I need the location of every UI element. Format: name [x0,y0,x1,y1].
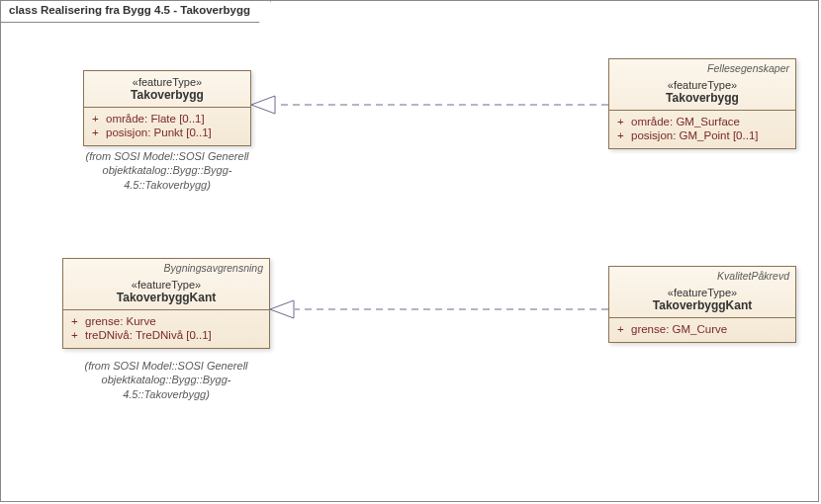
class-name: TakoverbyggKant [617,298,787,312]
stereotype: «featureType» [617,79,787,91]
attributes: +område: Flate [0..1] +posisjon: Punkt [… [84,108,250,145]
attribute: +treDNivå: TreDNivå [0..1] [71,328,261,342]
attribute: +posisjon: GM_Point [0..1] [617,128,787,142]
stereotype: «featureType» [92,76,242,88]
attribute: +område: GM_Surface [617,115,787,128]
attribute: +grense: Kurve [71,314,261,328]
class-head: «featureType» Takoverbygg [84,71,250,108]
class-name: Takoverbygg [92,88,242,102]
stereotype: «featureType» [617,287,787,298]
parent-stereotype: KvalitetPåkrevd [609,267,795,282]
class-caption: (from SOSI Model::SOSI Generell objektka… [75,149,259,192]
diagram-frame: class Realisering fra Bygg 4.5 - Takover… [0,0,819,502]
class-head: «featureType» TakoverbyggKant [609,282,795,318]
stereotype: «featureType» [71,279,261,291]
parent-stereotype: Bygningsavgrensning [63,259,269,274]
class-takoverbyggkant-target: KvalitetPåkrevd «featureType» Takoverbyg… [608,266,796,343]
attribute: +posisjon: Punkt [0..1] [92,126,242,139]
realization-arrowhead-2 [270,300,294,318]
class-takoverbygg-target: Fellesegenskaper «featureType» Takoverby… [608,58,796,149]
parent-stereotype: Fellesegenskaper [609,59,795,74]
class-takoverbygg-source: «featureType» Takoverbygg +område: Flate… [83,70,251,146]
class-head: «featureType» TakoverbyggKant [63,274,269,310]
class-takoverbyggkant-source: Bygningsavgrensning «featureType» Takove… [62,258,270,349]
frame-title: class Realisering fra Bygg 4.5 - Takover… [1,1,271,23]
class-name: Takoverbygg [617,91,787,105]
class-name: TakoverbyggKant [71,291,261,304]
class-head: «featureType» Takoverbygg [609,74,795,111]
attribute: +område: Flate [0..1] [92,112,242,126]
frame-title-text: class Realisering fra Bygg 4.5 - Takover… [9,4,250,16]
attributes: +grense: GM_Curve [609,318,795,342]
attributes: +område: GM_Surface +posisjon: GM_Point … [609,111,795,148]
realization-arrowhead-1 [251,96,275,114]
class-caption: (from SOSI Model::SOSI Generell objektka… [62,359,270,401]
attribute: +grense: GM_Curve [617,322,787,336]
attributes: +grense: Kurve +treDNivå: TreDNivå [0..1… [63,310,269,348]
